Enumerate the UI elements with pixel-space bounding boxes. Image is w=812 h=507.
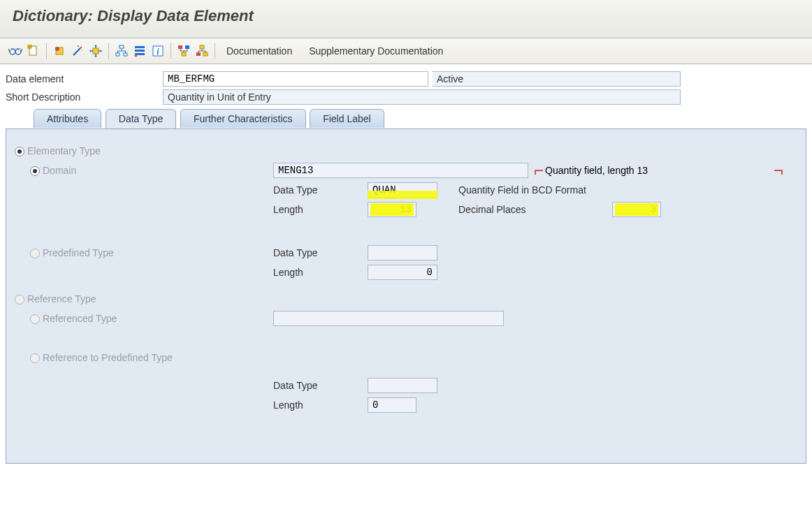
svg-rect-17	[135, 46, 145, 48]
svg-line-9	[73, 48, 80, 55]
wand-icon[interactable]	[69, 43, 86, 59]
svg-point-10	[80, 47, 82, 48]
elementary-type-radio[interactable]	[15, 147, 24, 156]
svg-rect-23	[185, 45, 189, 49]
svg-rect-27	[203, 52, 208, 56]
bracket-close: ¬	[774, 166, 783, 175]
svg-point-8	[55, 47, 59, 51]
domain-radio[interactable]	[30, 166, 40, 176]
svg-rect-15	[116, 53, 119, 56]
svg-rect-24	[182, 52, 186, 56]
ref-predefined-type-radio[interactable]	[30, 353, 40, 363]
tab-further-characteristics[interactable]: Further Characteristics	[180, 109, 306, 128]
svg-rect-26	[196, 52, 201, 56]
toolbar-separator	[215, 43, 215, 59]
svg-rect-4	[20, 49, 21, 50]
referenced-type-input	[273, 311, 504, 326]
predefined-type-label: Predefined Type	[43, 247, 114, 258]
referenced-type-label: Referenced Type	[43, 313, 117, 324]
title-bar: Dictionary: Display Data Element	[0, 0, 812, 38]
toolbar-separator	[171, 43, 171, 59]
short-description-label: Short Description	[6, 91, 163, 103]
domain-label: Domain	[43, 165, 76, 176]
new-document-icon[interactable]	[25, 43, 42, 59]
data-type-panel: Elementary Type Domain ⌐ Quantity field,…	[6, 128, 806, 464]
ref-data-type-input	[368, 378, 437, 393]
reference-type-radio[interactable]	[15, 295, 24, 304]
glasses-icon[interactable]	[7, 43, 24, 59]
referenced-type-radio[interactable]	[30, 314, 40, 324]
domain-data-type-description: Quantity Field in BCD Format	[458, 184, 586, 196]
data-element-label: Data element	[6, 73, 163, 84]
ref-length-label: Length	[273, 399, 368, 411]
tree-icon[interactable]	[175, 43, 192, 59]
svg-point-11	[78, 45, 79, 47]
domain-data-type-label: Data Type	[273, 184, 368, 196]
where-used-icon[interactable]	[131, 43, 148, 59]
tab-attributes[interactable]: Attributes	[34, 109, 101, 128]
toolbar-separator	[108, 43, 109, 59]
ref-predefined-type-label: Reference to Predefined Type	[43, 352, 173, 363]
page-title: Dictionary: Display Data Element	[13, 7, 799, 25]
documentation-button[interactable]: Documentation	[226, 45, 292, 57]
supplementary-documentation-button[interactable]: Supplementary Documentation	[309, 45, 443, 57]
data-element-input[interactable]	[163, 71, 428, 87]
elementary-type-label: Elementary Type	[27, 145, 101, 156]
svg-rect-25	[200, 45, 204, 49]
svg-rect-18	[135, 50, 145, 52]
svg-rect-3	[10, 49, 11, 50]
svg-rect-22	[178, 45, 182, 49]
svg-rect-14	[119, 45, 124, 48]
hierarchy-icon[interactable]	[113, 43, 130, 59]
toggle-active-icon[interactable]	[51, 43, 68, 59]
decimal-places-label: Decimal Places	[458, 204, 612, 215]
pre-length-label: Length	[273, 267, 368, 278]
tab-data-type[interactable]: Data Type	[106, 109, 177, 128]
tree2-icon[interactable]	[194, 43, 210, 59]
ref-data-type-label: Data Type	[273, 380, 368, 391]
domain-name-input[interactable]	[273, 163, 528, 178]
header-fields: Data element Active Short Description Qu…	[0, 64, 812, 105]
toolbar-separator	[46, 43, 47, 59]
navigate-icon[interactable]	[87, 43, 104, 59]
domain-description: Quantity field, length 13	[545, 165, 648, 176]
reference-type-label: Reference Type	[27, 293, 96, 304]
pre-data-type-label: Data Type	[273, 247, 368, 258]
svg-rect-16	[124, 53, 127, 56]
pre-length-input	[368, 265, 437, 280]
bracket-open: ⌐	[534, 166, 544, 175]
ref-length-input	[368, 397, 416, 413]
tab-field-label[interactable]: Field Label	[310, 109, 384, 128]
svg-point-12	[82, 50, 83, 51]
short-description-field: Quantity in Unit of Entry	[163, 89, 681, 105]
predefined-type-radio[interactable]	[30, 249, 40, 258]
info-icon[interactable]: i	[150, 43, 166, 59]
pre-data-type-input	[368, 245, 437, 260]
svg-rect-13	[93, 48, 99, 54]
tabstrip: Attributes Data Type Further Characteris…	[6, 109, 806, 128]
application-toolbar: i Documentation Supplementary Documentat…	[0, 38, 812, 64]
domain-length-label: Length	[273, 204, 368, 215]
status-field: Active	[433, 71, 681, 87]
